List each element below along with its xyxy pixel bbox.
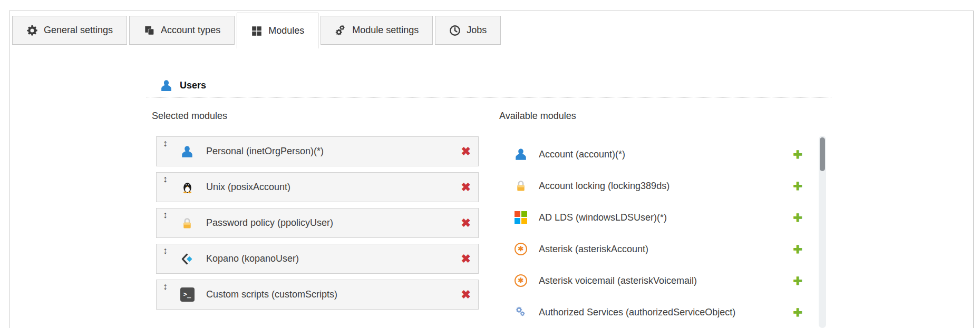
module-label: Password policy (ppolicyUser) [206, 217, 333, 228]
remove-module-button[interactable]: ✖ [461, 253, 471, 265]
module-label: AD LDS (windowsLDSUser)(*) [539, 212, 667, 223]
module-label: Unix (posixAccount) [206, 182, 290, 193]
available-module-row: Account locking (locking389ds) ✚ [501, 170, 802, 202]
tab-account-types[interactable]: Account types [129, 16, 235, 45]
available-modules-list: Account (account)(*) ✚ Account locking (… [501, 138, 802, 328]
user-icon [160, 79, 173, 92]
tab-label: Modules [268, 25, 304, 36]
windows-icon [513, 210, 528, 225]
drag-handle-icon[interactable]: ↕ [163, 174, 168, 184]
remove-module-button[interactable]: ✖ [461, 182, 471, 193]
users-section-header: Users [160, 79, 206, 92]
terminal-icon: >_ [180, 287, 195, 302]
add-module-button[interactable]: ✚ [793, 149, 802, 160]
module-settings-icon [335, 25, 346, 36]
tab-module-settings[interactable]: Module settings [321, 16, 433, 45]
drag-handle-icon[interactable]: ↕ [163, 210, 168, 220]
available-module-row: Account (account)(*) ✚ [501, 138, 802, 170]
settings-tabbar: General settings Account types Modules M… [12, 13, 501, 48]
remove-module-button[interactable]: ✖ [461, 146, 471, 157]
tab-label: Jobs [467, 25, 487, 36]
padlock-icon [513, 178, 528, 193]
drag-handle-icon[interactable]: ↕ [163, 246, 168, 255]
available-module-row: Authorized Services (authorizedServiceOb… [501, 296, 802, 328]
services-gears-icon [513, 305, 528, 320]
tux-penguin-icon [180, 180, 195, 195]
tab-jobs[interactable]: Jobs [435, 16, 501, 45]
available-modules-scrollbar-track[interactable] [819, 136, 826, 328]
available-module-row: ✱ Asterisk voicemail (asteriskVoicemail)… [501, 265, 802, 296]
remove-module-button[interactable]: ✖ [461, 217, 471, 229]
user-icon [180, 144, 195, 159]
selected-module-row[interactable]: ↕ >_ Custom scripts (customScripts) ✖ [156, 280, 479, 310]
selected-modules-list: ↕ Personal (inetOrgPerson)(*) ✖ ↕ Unix (… [156, 136, 479, 315]
modules-grid-icon [251, 25, 263, 37]
section-divider [147, 97, 831, 97]
add-module-button[interactable]: ✚ [793, 212, 802, 223]
clock-icon [449, 25, 461, 36]
module-label: Account locking (locking389ds) [539, 181, 669, 192]
available-module-row: ✱ Asterisk (asteriskAccount) ✚ [501, 233, 802, 265]
add-module-button[interactable]: ✚ [793, 244, 802, 255]
section-title: Users [180, 80, 206, 91]
kopano-icon [180, 252, 195, 266]
tab-general-settings[interactable]: General settings [12, 16, 127, 45]
padlock-icon [180, 216, 195, 231]
drag-handle-icon[interactable]: ↕ [163, 282, 168, 291]
asterisk-icon: ✱ [513, 273, 528, 288]
available-modules-label: Available modules [499, 111, 576, 122]
remove-module-button[interactable]: ✖ [461, 289, 471, 301]
selected-modules-label: Selected modules [152, 111, 227, 122]
tab-label: General settings [44, 25, 113, 36]
module-label: Personal (inetOrgPerson)(*) [206, 146, 324, 157]
module-label: Account (account)(*) [539, 149, 625, 160]
add-module-button[interactable]: ✚ [793, 307, 802, 318]
selected-module-row[interactable]: ↕ Personal (inetOrgPerson)(*) ✖ [156, 136, 479, 166]
tab-label: Module settings [352, 25, 419, 36]
add-module-button[interactable]: ✚ [793, 181, 802, 192]
account-types-icon [143, 25, 155, 36]
selected-module-row[interactable]: ↕ Password policy (ppolicyUser) ✖ [156, 208, 479, 238]
scrollbar-thumb[interactable] [820, 137, 825, 171]
module-label: Kopano (kopanoUser) [206, 253, 299, 264]
available-module-row: AD LDS (windowsLDSUser)(*) ✚ [501, 202, 802, 233]
user-icon [513, 147, 528, 162]
module-label: Authorized Services (authorizedServiceOb… [539, 307, 735, 318]
add-module-button[interactable]: ✚ [793, 275, 802, 286]
selected-module-row[interactable]: ↕ Unix (posixAccount) ✖ [156, 172, 479, 202]
asterisk-icon: ✱ [513, 242, 528, 256]
module-label: Custom scripts (customScripts) [206, 289, 337, 300]
selected-module-row[interactable]: ↕ Kopano (kopanoUser) ✖ [156, 244, 479, 274]
module-label: Asterisk (asteriskAccount) [539, 244, 648, 255]
module-label: Asterisk voicemail (asteriskVoicemail) [539, 275, 697, 286]
drag-handle-icon[interactable]: ↕ [163, 138, 168, 148]
gear-icon [26, 25, 38, 36]
tab-label: Account types [161, 25, 220, 36]
tab-modules[interactable]: Modules [237, 13, 318, 48]
config-panel-frame [9, 11, 974, 328]
